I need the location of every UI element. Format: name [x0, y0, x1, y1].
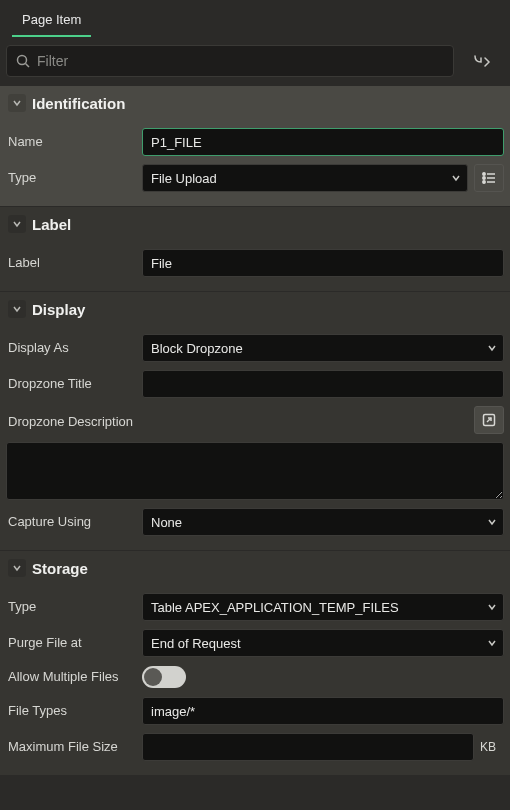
section-storage: Storage Type Table APEX_APPLICATION_TEMP…: [0, 550, 510, 775]
section-header-storage[interactable]: Storage: [0, 551, 510, 585]
label-purge-file-at: Purge File at: [6, 635, 134, 651]
search-icon: [15, 53, 31, 69]
toggle-knob: [144, 668, 162, 686]
section-header-label[interactable]: Label: [0, 207, 510, 241]
label-dropzone-title: Dropzone Title: [6, 376, 134, 392]
chevron-down-icon: [8, 215, 26, 233]
purge-file-at-select[interactable]: End of Request: [142, 629, 504, 657]
filter-row: [0, 37, 510, 85]
section-title: Storage: [32, 560, 88, 577]
type-select[interactable]: File Upload: [142, 164, 468, 192]
section-display: Display Display As Block Dropzone Dropzo…: [0, 291, 510, 550]
label-capture-using: Capture Using: [6, 514, 134, 530]
label-label: Label: [6, 255, 134, 271]
chevron-down-icon: [8, 559, 26, 577]
svg-point-2: [483, 173, 485, 175]
label-input[interactable]: [142, 249, 504, 277]
label-display-as: Display As: [6, 340, 134, 356]
chevron-down-icon: [487, 638, 497, 648]
svg-line-1: [26, 64, 30, 68]
label-type: Type: [6, 170, 134, 186]
select-value: None: [151, 515, 182, 530]
max-file-size-unit: KB: [480, 740, 504, 754]
label-dropzone-description: Dropzone Description: [6, 414, 134, 430]
tab-page-item[interactable]: Page Item: [12, 6, 91, 37]
file-types-input[interactable]: [142, 697, 504, 725]
name-input[interactable]: [142, 128, 504, 156]
dropzone-description-textarea[interactable]: [6, 442, 504, 500]
max-file-size-input[interactable]: [142, 733, 474, 761]
chevron-down-icon: [8, 94, 26, 112]
select-value: File Upload: [151, 171, 217, 186]
chevron-down-icon: [487, 343, 497, 353]
section-title: Label: [32, 216, 71, 233]
section-header-display[interactable]: Display: [0, 292, 510, 326]
goto-group-button[interactable]: [460, 45, 504, 77]
filter-box[interactable]: [6, 45, 454, 77]
dropzone-title-input[interactable]: [142, 370, 504, 398]
section-header-identification[interactable]: Identification: [0, 86, 510, 120]
label-allow-multiple: Allow Multiple Files: [6, 669, 134, 685]
storage-type-select[interactable]: Table APEX_APPLICATION_TEMP_FILES: [142, 593, 504, 621]
select-value: End of Request: [151, 636, 241, 651]
select-value: Block Dropzone: [151, 341, 243, 356]
label-storage-type: Type: [6, 599, 134, 615]
item-type-options-button[interactable]: [474, 164, 504, 192]
chevron-down-icon: [8, 300, 26, 318]
property-panels: Identification Name Type File Upload: [0, 85, 510, 775]
svg-point-6: [483, 181, 485, 183]
tab-row: Page Item: [0, 0, 510, 37]
capture-using-select[interactable]: None: [142, 508, 504, 536]
section-identification: Identification Name Type File Upload: [0, 85, 510, 206]
label-max-file-size: Maximum File Size: [6, 739, 134, 755]
select-value: Table APEX_APPLICATION_TEMP_FILES: [151, 600, 399, 615]
expand-textarea-button[interactable]: [474, 406, 504, 434]
allow-multiple-toggle[interactable]: [142, 666, 186, 688]
section-title: Display: [32, 301, 85, 318]
svg-point-4: [483, 177, 485, 179]
chevron-down-icon: [487, 602, 497, 612]
label-name: Name: [6, 134, 134, 150]
section-label: Label Label: [0, 206, 510, 291]
chevron-down-icon: [487, 517, 497, 527]
chevron-down-icon: [451, 173, 461, 183]
section-title: Identification: [32, 95, 125, 112]
filter-input[interactable]: [37, 53, 445, 69]
svg-point-0: [18, 56, 27, 65]
display-as-select[interactable]: Block Dropzone: [142, 334, 504, 362]
label-file-types: File Types: [6, 703, 134, 719]
